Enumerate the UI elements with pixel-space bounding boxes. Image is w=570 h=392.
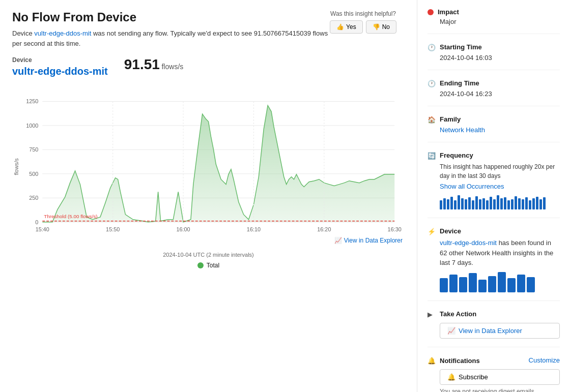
impact-section: Impact Major — [428, 8, 560, 34]
notifications-section: 🔔 Notifications Customize 🔔 Subscribe Yo… — [428, 356, 560, 393]
device-section: Device vultr-edge-ddos-mit 91.51 flows/s — [12, 56, 405, 77]
freq-bar — [536, 197, 538, 209]
svg-text:250: 250 — [29, 195, 38, 201]
freq-bar — [500, 198, 503, 209]
explorer-btn-icon: 📈 — [447, 327, 455, 335]
no-label: No — [382, 23, 390, 31]
frequency-text: This insight has happened roughly 20x pe… — [440, 162, 560, 180]
svg-text:0: 0 — [35, 219, 38, 225]
view-data-explorer-link[interactable]: 📈 View in Data Explorer — [334, 237, 403, 244]
family-icon: 🏠 — [428, 116, 436, 124]
device-bar — [488, 276, 496, 292]
desc-prefix: Device — [12, 29, 34, 37]
bell-icon: 🔔 — [428, 357, 436, 365]
device-bar — [498, 272, 506, 292]
device-bar — [517, 275, 525, 292]
freq-bar — [468, 197, 471, 209]
device-sidebar-icon: ⚡ — [428, 228, 436, 236]
family-value-link[interactable]: Network Health — [440, 126, 560, 134]
device-bar — [440, 278, 448, 292]
sidebar: Impact Major 🕐 Starting Time 2024-10-04 … — [417, 0, 570, 392]
freq-bar — [493, 199, 496, 209]
family-title: Family — [440, 115, 461, 123]
freq-bar — [532, 198, 535, 209]
starting-time-value: 2024-10-04 16:03 — [440, 54, 560, 62]
device-sidebar-section: ⚡ Device vultr-edge-ddos-mit has been fo… — [428, 227, 560, 301]
starting-time-section: 🕐 Starting Time 2024-10-04 16:03 — [428, 43, 560, 70]
impact-dot — [428, 9, 434, 15]
svg-text:16:20: 16:20 — [317, 226, 331, 232]
svg-text:1000: 1000 — [26, 123, 38, 129]
freq-bar — [522, 199, 524, 209]
freq-bar — [472, 200, 474, 209]
device-bar — [478, 280, 487, 292]
freq-bar — [497, 195, 499, 209]
main-content: No Flow From Device Device vultr-edge-dd… — [0, 0, 417, 392]
frequency-chart — [440, 194, 560, 209]
freq-bar — [479, 199, 481, 209]
chart-icon: 📈 — [334, 237, 342, 244]
freq-bar — [475, 196, 478, 209]
helpful-buttons: 👍 Yes 👎 No — [330, 20, 396, 34]
show-all-occurrences-link[interactable]: Show all Occurrences — [440, 183, 560, 190]
svg-text:750: 750 — [29, 146, 38, 153]
chart-svg: 1250 1000 750 500 250 0 flows/s — [12, 85, 405, 248]
yes-label: Yes — [346, 23, 356, 31]
take-action-title: Take Action — [440, 310, 476, 318]
notifications-title: Notifications — [440, 357, 480, 365]
svg-text:15:40: 15:40 — [36, 226, 49, 232]
freq-bar — [443, 198, 446, 209]
freq-bar — [525, 197, 528, 209]
svg-text:15:50: 15:50 — [106, 226, 120, 232]
yes-button[interactable]: 👍 Yes — [330, 20, 363, 34]
svg-text:16:00: 16:00 — [176, 226, 190, 232]
device-name[interactable]: vultr-edge-ddos-mit — [12, 66, 108, 77]
freq-bar — [539, 199, 542, 209]
thumbs-up-icon: 👍 — [336, 23, 344, 31]
legend-label: Total — [207, 262, 219, 269]
frequency-icon: 🔄 — [428, 152, 436, 160]
chart-container: 1250 1000 750 500 250 0 flows/s — [12, 85, 405, 268]
freq-bar — [458, 195, 460, 209]
subscribe-button[interactable]: 🔔 Subscribe — [440, 369, 560, 385]
svg-text:flows/s: flows/s — [13, 158, 19, 175]
device-occurrence-chart — [440, 272, 560, 292]
take-action-section: ▶ Take Action 📈 View in Data Explorer — [428, 310, 560, 347]
svg-text:Threshold (5.00 flows/s): Threshold (5.00 flows/s) — [44, 214, 97, 219]
clock-end-icon: 🕐 — [428, 80, 436, 88]
chart-legend: Total — [12, 262, 405, 269]
description: Device vultr-edge-ddos-mit was not sendi… — [12, 28, 330, 48]
ending-time-value: 2024-10-04 16:23 — [440, 90, 560, 98]
freq-bar — [511, 199, 514, 209]
freq-bar — [465, 199, 467, 209]
freq-bar — [504, 197, 506, 209]
bell-subscribe-icon: 🔔 — [447, 373, 455, 381]
freq-bar — [543, 197, 546, 209]
svg-text:500: 500 — [29, 171, 38, 177]
device-label: Device — [12, 56, 108, 64]
no-button[interactable]: 👎 No — [366, 20, 396, 34]
subscribe-label: Subscribe — [459, 373, 488, 381]
freq-bar — [454, 200, 457, 209]
flows-unit: flows/s — [161, 63, 183, 71]
freq-bar — [529, 200, 531, 209]
customize-link[interactable]: Customize — [529, 356, 560, 364]
view-data-explorer-button[interactable]: 📈 View in Data Explorer — [440, 323, 560, 339]
freq-bar — [447, 199, 449, 209]
device-sidebar-link[interactable]: vultr-edge-ddos-mit — [440, 239, 497, 247]
legend-dot — [197, 262, 204, 268]
ending-time-section: 🕐 Ending Time 2024-10-04 16:23 — [428, 79, 560, 106]
chart-x-label: 2024-10-04 UTC (2 minute intervals) — [12, 252, 405, 258]
starting-time-title: Starting Time — [440, 43, 482, 51]
clock-icon: 🕐 — [428, 44, 436, 52]
device-bar — [469, 273, 477, 292]
freq-bar — [515, 196, 517, 209]
svg-text:1250: 1250 — [26, 98, 38, 104]
view-data-label: View in Data Explorer — [344, 237, 403, 244]
freq-bar — [490, 197, 492, 209]
device-bar — [527, 277, 535, 292]
view-explorer-label: View in Data Explorer — [459, 327, 522, 335]
device-sidebar-title: Device — [440, 227, 461, 235]
freq-bar — [486, 200, 489, 209]
desc-device-link[interactable]: vultr-edge-ddos-mit — [34, 29, 91, 37]
